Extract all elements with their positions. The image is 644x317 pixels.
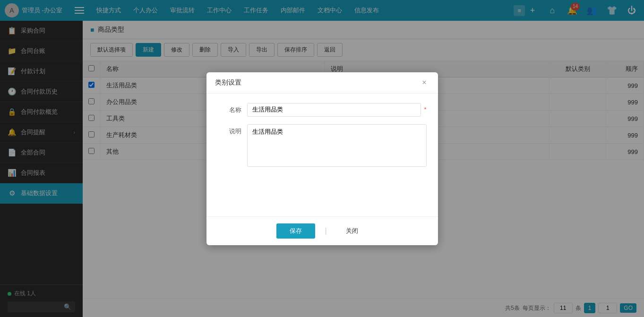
name-field-input[interactable] xyxy=(247,103,421,117)
form-row-name: 名称 * xyxy=(218,103,427,117)
modal-footer: 保存 | 关闭 xyxy=(206,216,438,245)
desc-field-textarea[interactable]: 生活用品类 xyxy=(247,124,427,167)
modal-close-button[interactable]: 关闭 xyxy=(336,223,368,239)
name-field-label: 名称 xyxy=(218,103,241,114)
modal-overlay[interactable]: 类别设置 × 名称 * 说明 生活用品类 保存 | 关闭 xyxy=(0,0,644,317)
name-required-indicator: * xyxy=(424,103,426,113)
modal-header: 类别设置 × xyxy=(206,72,438,94)
footer-divider: | xyxy=(325,227,326,235)
modal-dialog: 类别设置 × 名称 * 说明 生活用品类 保存 | 关闭 xyxy=(206,72,438,245)
modal-save-button[interactable]: 保存 xyxy=(276,223,315,239)
desc-field-label: 说明 xyxy=(218,124,241,136)
modal-close-x-button[interactable]: × xyxy=(419,78,429,87)
modal-body: 名称 * 说明 生活用品类 xyxy=(206,94,438,216)
form-row-desc: 说明 生活用品类 xyxy=(218,124,427,167)
modal-title: 类别设置 xyxy=(215,78,241,87)
